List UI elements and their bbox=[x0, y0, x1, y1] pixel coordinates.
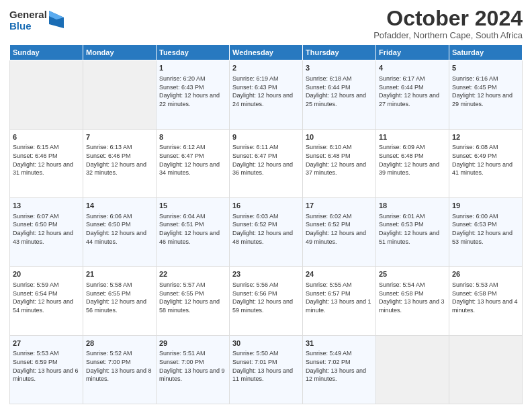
calendar-cell: 19Sunrise: 6:00 AM Sunset: 6:53 PM Dayli… bbox=[449, 197, 523, 266]
header: General Blue October 2024 Pofadder, Nort… bbox=[9, 7, 523, 40]
calendar-cell: 30Sunrise: 5:50 AM Sunset: 7:01 PM Dayli… bbox=[230, 335, 303, 404]
calendar-cell: 8Sunrise: 6:12 AM Sunset: 6:47 PM Daylig… bbox=[157, 129, 230, 197]
calendar-cell: 22Sunrise: 5:57 AM Sunset: 6:55 PM Dayli… bbox=[157, 267, 230, 335]
calendar-cell: 18Sunrise: 6:01 AM Sunset: 6:53 PM Dayli… bbox=[376, 197, 449, 266]
calendar-week-1: 1Sunrise: 6:20 AM Sunset: 6:43 PM Daylig… bbox=[10, 60, 523, 129]
cell-date-number: 18 bbox=[379, 201, 446, 211]
cell-info-text: Sunrise: 6:11 AM Sunset: 6:47 PM Dayligh… bbox=[232, 143, 300, 177]
cell-date-number: 26 bbox=[452, 269, 519, 279]
cell-date-number: 15 bbox=[159, 201, 226, 211]
cell-info-text: Sunrise: 5:51 AM Sunset: 7:00 PM Dayligh… bbox=[159, 349, 226, 383]
calendar-cell bbox=[83, 60, 157, 129]
calendar-cell: 25Sunrise: 5:54 AM Sunset: 6:58 PM Dayli… bbox=[376, 267, 449, 335]
cell-date-number: 3 bbox=[306, 63, 373, 73]
logo: General Blue bbox=[9, 9, 64, 32]
page: General Blue October 2024 Pofadder, Nort… bbox=[0, 0, 532, 411]
cell-date-number: 21 bbox=[86, 269, 153, 279]
calendar-header: Sunday Monday Tuesday Wednesday Thursday… bbox=[10, 45, 523, 60]
cell-info-text: Sunrise: 5:54 AM Sunset: 6:58 PM Dayligh… bbox=[379, 281, 446, 314]
cell-info-text: Sunrise: 6:12 AM Sunset: 6:47 PM Dayligh… bbox=[159, 143, 226, 177]
calendar-cell: 14Sunrise: 6:06 AM Sunset: 6:50 PM Dayli… bbox=[83, 197, 157, 266]
calendar-cell: 7Sunrise: 6:13 AM Sunset: 6:46 PM Daylig… bbox=[83, 129, 157, 197]
calendar-cell: 28Sunrise: 5:52 AM Sunset: 7:00 PM Dayli… bbox=[83, 335, 157, 404]
calendar-week-2: 6Sunrise: 6:15 AM Sunset: 6:46 PM Daylig… bbox=[10, 129, 523, 197]
calendar-cell: 21Sunrise: 5:58 AM Sunset: 6:55 PM Dayli… bbox=[83, 267, 157, 335]
cell-date-number: 19 bbox=[452, 201, 519, 211]
col-wednesday: Wednesday bbox=[230, 45, 303, 60]
calendar-cell: 29Sunrise: 5:51 AM Sunset: 7:00 PM Dayli… bbox=[157, 335, 230, 404]
cell-date-number: 30 bbox=[232, 338, 300, 349]
calendar-cell bbox=[449, 335, 523, 404]
col-monday: Monday bbox=[83, 45, 157, 60]
calendar-cell: 24Sunrise: 5:55 AM Sunset: 6:57 PM Dayli… bbox=[303, 267, 376, 335]
cell-info-text: Sunrise: 6:20 AM Sunset: 6:43 PM Dayligh… bbox=[159, 75, 226, 108]
header-row: Sunday Monday Tuesday Wednesday Thursday… bbox=[10, 45, 523, 60]
cell-info-text: Sunrise: 5:58 AM Sunset: 6:55 PM Dayligh… bbox=[86, 281, 153, 314]
cell-info-text: Sunrise: 5:49 AM Sunset: 7:02 PM Dayligh… bbox=[306, 349, 373, 383]
calendar-week-3: 13Sunrise: 6:07 AM Sunset: 6:50 PM Dayli… bbox=[10, 197, 523, 266]
calendar-body: 1Sunrise: 6:20 AM Sunset: 6:43 PM Daylig… bbox=[10, 60, 523, 404]
cell-date-number: 24 bbox=[306, 269, 373, 279]
cell-date-number: 4 bbox=[379, 63, 446, 73]
logo-general-text: General bbox=[9, 9, 47, 21]
col-saturday: Saturday bbox=[449, 45, 523, 60]
location: Pofadder, Northern Cape, South Africa bbox=[373, 30, 523, 40]
cell-date-number: 1 bbox=[159, 63, 226, 73]
cell-date-number: 9 bbox=[232, 132, 300, 142]
cell-date-number: 20 bbox=[13, 269, 80, 279]
calendar-cell: 1Sunrise: 6:20 AM Sunset: 6:43 PM Daylig… bbox=[157, 60, 230, 129]
cell-date-number: 31 bbox=[306, 338, 373, 349]
cell-date-number: 2 bbox=[232, 63, 300, 73]
cell-date-number: 16 bbox=[232, 201, 300, 211]
calendar-week-4: 20Sunrise: 5:59 AM Sunset: 6:54 PM Dayli… bbox=[10, 267, 523, 335]
logo-icon bbox=[49, 11, 64, 28]
calendar-cell: 11Sunrise: 6:09 AM Sunset: 6:48 PM Dayli… bbox=[376, 129, 449, 197]
cell-date-number: 25 bbox=[379, 269, 446, 279]
calendar-cell: 23Sunrise: 5:56 AM Sunset: 6:56 PM Dayli… bbox=[230, 267, 303, 335]
cell-info-text: Sunrise: 6:08 AM Sunset: 6:49 PM Dayligh… bbox=[452, 143, 519, 177]
cell-info-text: Sunrise: 6:16 AM Sunset: 6:45 PM Dayligh… bbox=[452, 75, 519, 108]
cell-info-text: Sunrise: 5:53 AM Sunset: 6:58 PM Dayligh… bbox=[452, 281, 519, 314]
col-tuesday: Tuesday bbox=[157, 45, 230, 60]
cell-info-text: Sunrise: 5:52 AM Sunset: 7:00 PM Dayligh… bbox=[86, 349, 153, 383]
cell-date-number: 5 bbox=[452, 63, 519, 73]
cell-info-text: Sunrise: 6:00 AM Sunset: 6:53 PM Dayligh… bbox=[452, 212, 519, 246]
cell-date-number: 7 bbox=[86, 132, 153, 142]
col-sunday: Sunday bbox=[10, 45, 83, 60]
cell-date-number: 28 bbox=[86, 338, 153, 349]
calendar-cell: 2Sunrise: 6:19 AM Sunset: 6:43 PM Daylig… bbox=[230, 60, 303, 129]
calendar-cell: 31Sunrise: 5:49 AM Sunset: 7:02 PM Dayli… bbox=[303, 335, 376, 404]
logo-blue-text: Blue bbox=[9, 21, 47, 32]
col-friday: Friday bbox=[376, 45, 449, 60]
month-title: October 2024 bbox=[373, 7, 523, 30]
calendar: Sunday Monday Tuesday Wednesday Thursday… bbox=[9, 44, 523, 404]
calendar-cell: 16Sunrise: 6:03 AM Sunset: 6:52 PM Dayli… bbox=[230, 197, 303, 266]
calendar-cell: 12Sunrise: 6:08 AM Sunset: 6:49 PM Dayli… bbox=[449, 129, 523, 197]
cell-info-text: Sunrise: 6:09 AM Sunset: 6:48 PM Dayligh… bbox=[379, 143, 446, 177]
cell-info-text: Sunrise: 6:15 AM Sunset: 6:46 PM Dayligh… bbox=[13, 143, 80, 177]
cell-date-number: 13 bbox=[13, 201, 80, 211]
calendar-cell: 5Sunrise: 6:16 AM Sunset: 6:45 PM Daylig… bbox=[449, 60, 523, 129]
cell-date-number: 10 bbox=[306, 132, 373, 142]
calendar-cell: 3Sunrise: 6:18 AM Sunset: 6:44 PM Daylig… bbox=[303, 60, 376, 129]
calendar-cell: 27Sunrise: 5:53 AM Sunset: 6:59 PM Dayli… bbox=[10, 335, 83, 404]
col-thursday: Thursday bbox=[303, 45, 376, 60]
cell-date-number: 12 bbox=[452, 132, 519, 142]
calendar-cell: 17Sunrise: 6:02 AM Sunset: 6:52 PM Dayli… bbox=[303, 197, 376, 266]
calendar-cell: 4Sunrise: 6:17 AM Sunset: 6:44 PM Daylig… bbox=[376, 60, 449, 129]
cell-info-text: Sunrise: 6:04 AM Sunset: 6:51 PM Dayligh… bbox=[159, 212, 226, 246]
cell-info-text: Sunrise: 6:18 AM Sunset: 6:44 PM Dayligh… bbox=[306, 75, 373, 108]
calendar-cell: 13Sunrise: 6:07 AM Sunset: 6:50 PM Dayli… bbox=[10, 197, 83, 266]
cell-date-number: 17 bbox=[306, 201, 373, 211]
cell-date-number: 22 bbox=[159, 269, 226, 279]
cell-info-text: Sunrise: 5:56 AM Sunset: 6:56 PM Dayligh… bbox=[232, 281, 300, 314]
cell-date-number: 29 bbox=[159, 338, 226, 349]
calendar-week-5: 27Sunrise: 5:53 AM Sunset: 6:59 PM Dayli… bbox=[10, 335, 523, 404]
cell-info-text: Sunrise: 6:13 AM Sunset: 6:46 PM Dayligh… bbox=[86, 143, 153, 177]
calendar-cell: 9Sunrise: 6:11 AM Sunset: 6:47 PM Daylig… bbox=[230, 129, 303, 197]
calendar-cell bbox=[10, 60, 83, 129]
cell-date-number: 6 bbox=[13, 132, 80, 142]
calendar-cell: 20Sunrise: 5:59 AM Sunset: 6:54 PM Dayli… bbox=[10, 267, 83, 335]
cell-info-text: Sunrise: 6:01 AM Sunset: 6:53 PM Dayligh… bbox=[379, 212, 446, 246]
calendar-cell: 6Sunrise: 6:15 AM Sunset: 6:46 PM Daylig… bbox=[10, 129, 83, 197]
